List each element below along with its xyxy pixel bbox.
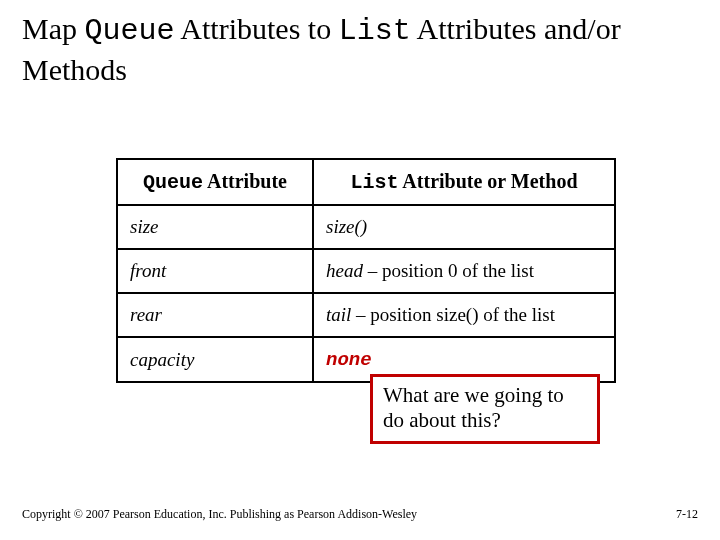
- title-code-2: List: [339, 14, 411, 48]
- table-row: size size(): [117, 205, 615, 249]
- copyright-text: Copyright © 2007 Pearson Education, Inc.…: [22, 507, 417, 522]
- table-header-col1: Queue Attribute: [117, 159, 313, 205]
- title-text-2: Attributes to: [175, 12, 339, 45]
- mapping-table: Queue Attribute List Attribute or Method…: [116, 158, 616, 383]
- slide: Map Queue Attributes to List Attributes …: [0, 0, 720, 540]
- cell-val-rest: – position size() of the list: [351, 304, 555, 325]
- table-row: rear tail – position size() of the list: [117, 293, 615, 337]
- title-code-1: Queue: [85, 14, 175, 48]
- cell-attr: capacity: [117, 337, 313, 382]
- callout-text: What are we going to do about this?: [383, 383, 564, 432]
- cell-attr: rear: [117, 293, 313, 337]
- table-header-col2: List Attribute or Method: [313, 159, 615, 205]
- cell-attr: front: [117, 249, 313, 293]
- cell-val: tail – position size() of the list: [313, 293, 615, 337]
- table-row: front head – position 0 of the list: [117, 249, 615, 293]
- header-col1-rest: Attribute: [203, 170, 287, 192]
- header-col2-rest: Attribute or Method: [398, 170, 577, 192]
- header-col2-code: List: [350, 171, 398, 194]
- cell-val: size(): [313, 205, 615, 249]
- callout-box: What are we going to do about this?: [370, 374, 600, 444]
- cell-val-ital: size(): [326, 216, 367, 237]
- cell-val-rest: – position 0 of the list: [363, 260, 534, 281]
- table-header-row: Queue Attribute List Attribute or Method: [117, 159, 615, 205]
- cell-val-none: none: [326, 349, 372, 371]
- cell-val: head – position 0 of the list: [313, 249, 615, 293]
- title-text-1: Map: [22, 12, 85, 45]
- cell-val-ital: head: [326, 260, 363, 281]
- header-col1-code: Queue: [143, 171, 203, 194]
- cell-val-ital: tail: [326, 304, 351, 325]
- cell-attr: size: [117, 205, 313, 249]
- slide-title: Map Queue Attributes to List Attributes …: [22, 10, 698, 88]
- page-number: 7-12: [676, 507, 698, 522]
